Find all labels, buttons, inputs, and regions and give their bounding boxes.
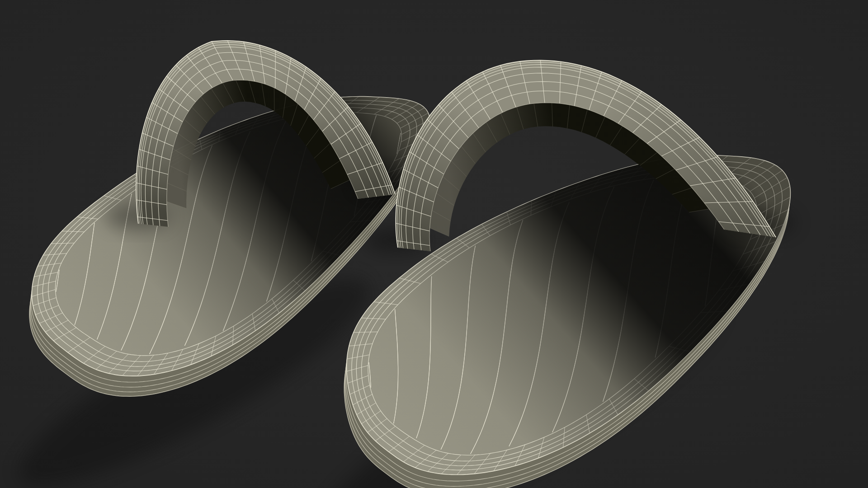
render-viewport: 3D wireframe render of a pair of slide s… [0, 0, 868, 488]
wireframe-render-canvas [0, 0, 868, 488]
